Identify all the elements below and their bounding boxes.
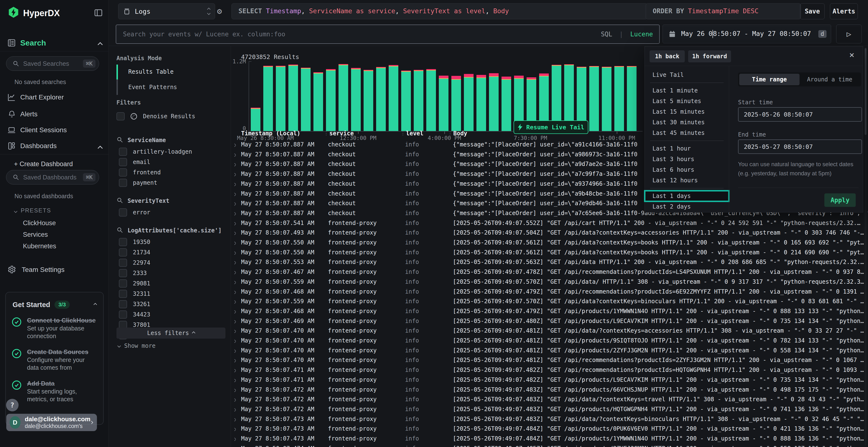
time-preset-item[interactable]: Last 5 minutes bbox=[645, 96, 729, 106]
row-expand-chevron-icon[interactable] bbox=[234, 434, 236, 444]
tab-time-range[interactable]: Time range bbox=[739, 74, 800, 85]
row-expand-chevron-icon[interactable] bbox=[234, 169, 236, 179]
row-expand-chevron-icon[interactable] bbox=[234, 336, 236, 346]
filter-checkbox[interactable] bbox=[119, 148, 127, 156]
table-row[interactable]: May 27 8:50:07.472 AMfrontend-proxyinfo[… bbox=[231, 394, 868, 404]
sidebar-item-team-settings[interactable]: Team Settings bbox=[22, 266, 64, 274]
histogram-bar[interactable] bbox=[263, 66, 273, 131]
filter-checkbox[interactable] bbox=[119, 290, 127, 298]
lang-sql[interactable]: SQL bbox=[601, 31, 612, 38]
get-started-item[interactable]: Connect to ClickHouseSet up your databas… bbox=[6, 311, 103, 343]
save-button[interactable]: Save bbox=[800, 3, 825, 19]
row-expand-chevron-icon[interactable] bbox=[234, 199, 236, 208]
filter-checkbox[interactable] bbox=[119, 248, 127, 256]
order-by-input[interactable]: ORDER BY TimestampTime DESC bbox=[646, 3, 801, 19]
get-started-item[interactable]: Create Data SourcesConfigure where your … bbox=[6, 343, 103, 374]
col-timestamp[interactable]: Timestamp (Local) bbox=[241, 130, 301, 137]
histogram-bar[interactable] bbox=[276, 66, 285, 131]
filter-checkbox[interactable] bbox=[119, 179, 127, 187]
table-row[interactable]: May 27 8:50:07.472 AMfrontend-proxyinfo[… bbox=[231, 385, 868, 395]
row-expand-chevron-icon[interactable] bbox=[234, 404, 236, 414]
table-row[interactable]: May 27 8:50:07.467 AMfrontend-proxyinfo[… bbox=[231, 267, 868, 277]
search-icon[interactable] bbox=[117, 197, 123, 205]
histogram-bar[interactable] bbox=[464, 74, 473, 131]
row-expand-chevron-icon[interactable] bbox=[234, 159, 236, 169]
histogram-bar[interactable] bbox=[439, 76, 448, 131]
tab-around-a-time[interactable]: Around a time bbox=[800, 74, 860, 85]
time-preset-item[interactable]: Last 12 hours bbox=[645, 175, 729, 186]
row-expand-chevron-icon[interactable] bbox=[234, 149, 236, 160]
show-more-button[interactable]: Show more bbox=[117, 340, 227, 351]
time-preset-item[interactable]: Last 15 minutes bbox=[645, 106, 729, 117]
row-expand-chevron-icon[interactable] bbox=[234, 306, 236, 316]
time-preset-item[interactable]: Last 2 days bbox=[645, 201, 729, 212]
time-back-button[interactable]: 1h back bbox=[650, 50, 685, 62]
table-row[interactable]: May 27 8:50:07.559 AMfrontend-proxyinfo[… bbox=[231, 297, 868, 306]
table-row[interactable]: May 27 8:50:07.550 AMfrontend-proxyinfo[… bbox=[231, 238, 868, 248]
histogram-bar[interactable] bbox=[426, 69, 436, 131]
table-row[interactable]: May 27 8:50:07.468 AMfrontend-proxyinfo[… bbox=[231, 287, 868, 297]
filter-checkbox[interactable] bbox=[119, 310, 127, 319]
row-expand-chevron-icon[interactable] bbox=[234, 140, 236, 149]
histogram-bar[interactable] bbox=[476, 75, 486, 131]
table-row[interactable]: May 27 8:50:07.553 AMfrontend-proxyinfo[… bbox=[231, 257, 868, 267]
filter-checkbox[interactable] bbox=[119, 259, 127, 267]
sidebar-preset-item[interactable]: Kubernetes bbox=[23, 240, 105, 252]
search-collapse-chevron-icon[interactable] bbox=[98, 42, 103, 47]
filter-checkbox[interactable] bbox=[119, 238, 127, 246]
filter-value-row[interactable]: email bbox=[117, 157, 227, 167]
table-row[interactable]: May 27 8:50:07.471 AMfrontend-proxyinfo[… bbox=[231, 375, 868, 385]
row-expand-chevron-icon[interactable] bbox=[234, 394, 236, 404]
histogram-bar[interactable] bbox=[301, 68, 311, 131]
histogram-bar[interactable] bbox=[376, 67, 386, 131]
table-row[interactable]: May 27 8:50:07.472 AMfrontend-proxyinfo[… bbox=[231, 404, 868, 414]
row-expand-chevron-icon[interactable] bbox=[234, 267, 236, 277]
row-expand-chevron-icon[interactable] bbox=[234, 316, 236, 326]
row-expand-chevron-icon[interactable] bbox=[234, 365, 236, 375]
row-expand-chevron-icon[interactable] bbox=[234, 287, 236, 297]
table-row[interactable]: May 27 8:50:07.469 AMfrontend-proxyinfo[… bbox=[231, 316, 868, 326]
table-row[interactable]: May 27 8:50:07.468 AMfrontend-proxyinfo[… bbox=[231, 306, 868, 316]
filter-checkbox[interactable] bbox=[119, 158, 127, 166]
saved-dashboards-input[interactable]: Saved Dashboards ⌘K bbox=[6, 170, 99, 184]
row-expand-chevron-icon[interactable] bbox=[234, 189, 236, 199]
histogram-bar[interactable] bbox=[614, 66, 624, 131]
time-preset-item[interactable]: Last 3 hours bbox=[645, 154, 729, 165]
filter-checkbox[interactable] bbox=[119, 279, 127, 287]
sidebar-preset-item[interactable]: Services bbox=[23, 229, 105, 240]
row-expand-chevron-icon[interactable] bbox=[234, 179, 236, 189]
histogram-bar[interactable] bbox=[339, 64, 348, 131]
table-row[interactable]: May 27 8:50:07.471 AMfrontend-proxyinfo[… bbox=[231, 365, 868, 375]
filter-value-row[interactable]: 29081 bbox=[117, 278, 227, 288]
col-level[interactable]: level bbox=[406, 130, 424, 137]
close-icon[interactable]: × bbox=[849, 50, 855, 60]
time-preset-item[interactable]: Last 45 minutes bbox=[645, 128, 729, 138]
row-expand-chevron-icon[interactable] bbox=[234, 414, 236, 424]
source-settings-gear-icon[interactable]: ⚙ bbox=[217, 6, 222, 16]
table-row[interactable]: May 27 8:50:07.541 AMfrontend-proxyinfo[… bbox=[231, 218, 868, 228]
time-preset-item[interactable]: Last 1 hour bbox=[645, 143, 729, 154]
filter-checkbox[interactable] bbox=[119, 269, 127, 277]
table-row[interactable]: May 27 8:50:07.559 AMfrontend-proxyinfo[… bbox=[231, 277, 868, 287]
row-expand-chevron-icon[interactable] bbox=[234, 228, 236, 238]
table-row[interactable]: May 27 8:50:07.473 AMfrontend-proxyinfo[… bbox=[231, 424, 868, 434]
time-forward-button[interactable]: 1h forward bbox=[688, 50, 731, 62]
table-row[interactable]: May 27 8:50:07.470 AMfrontend-proxyinfo[… bbox=[231, 355, 868, 365]
filter-value-row[interactable]: 32311 bbox=[117, 288, 227, 299]
table-row[interactable]: May 27 8:50:07.493 AMfrontend-proxyinfo[… bbox=[231, 228, 868, 238]
histogram-bar[interactable] bbox=[364, 70, 373, 131]
time-preset-item[interactable]: Last 30 minutes bbox=[645, 117, 729, 128]
column-drag-handle[interactable]: ⋮ bbox=[447, 130, 452, 136]
histogram-bar[interactable] bbox=[389, 65, 398, 131]
alerts-button[interactable]: Alerts bbox=[830, 3, 858, 19]
filter-value-row[interactable]: payment bbox=[117, 177, 227, 188]
scrollbar[interactable] bbox=[865, 47, 867, 446]
date-range-input[interactable]: May 26 08:50:07 - May 27 08:50:07 d bbox=[662, 25, 831, 43]
histogram-bar[interactable] bbox=[589, 66, 599, 131]
sidebar-item-search[interactable]: Search bbox=[20, 38, 46, 47]
filter-value-row[interactable]: 33261 bbox=[117, 299, 227, 309]
row-expand-chevron-icon[interactable] bbox=[234, 346, 236, 355]
source-select[interactable]: Logs bbox=[118, 3, 215, 19]
filter-value-row[interactable]: 22974 bbox=[117, 257, 227, 268]
time-preset-item[interactable]: Live Tail bbox=[645, 70, 729, 80]
